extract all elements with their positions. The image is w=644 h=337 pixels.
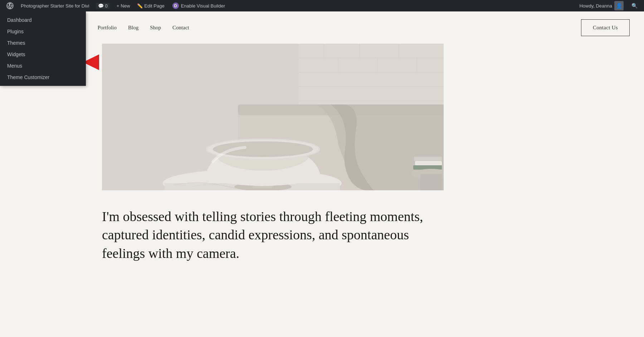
nav-link-shop[interactable]: Shop xyxy=(150,25,161,31)
dropdown-item-plugins[interactable]: Plugins xyxy=(0,26,86,37)
search-icon[interactable]: 🔍 xyxy=(628,0,641,11)
site-header: HomeAboutCollectionPortfolioBlogShopCont… xyxy=(0,11,644,44)
tagline-text: I'm obsessed with telling stories throug… xyxy=(102,207,424,263)
divi-logo-icon: D xyxy=(172,3,179,9)
howdy-text: Howdy, Deanna xyxy=(579,3,612,9)
avatar: 👤 xyxy=(614,1,624,10)
admin-bar-left: Photographer Starter Site for Divi 💬 0 +… xyxy=(3,0,575,11)
svg-rect-17 xyxy=(413,165,442,170)
wp-logo-item[interactable] xyxy=(3,0,17,11)
admin-bar: Photographer Starter Site for Divi 💬 0 +… xyxy=(0,0,644,11)
svg-rect-19 xyxy=(414,157,442,161)
svg-point-29 xyxy=(213,141,313,157)
comment-bubble: 💬 0 xyxy=(96,3,109,9)
enable-visual-builder-button[interactable]: D Enable Visual Builder xyxy=(168,0,229,11)
comment-icon: 💬 xyxy=(98,3,104,9)
dropdown-item-dashboard[interactable]: Dashboard xyxy=(0,14,86,26)
nav-link-contact[interactable]: Contact xyxy=(172,25,189,31)
edit-icon: ✏️ xyxy=(137,3,143,9)
dropdown-item-themes[interactable]: Themes xyxy=(0,37,86,49)
plus-icon: + xyxy=(117,3,119,9)
hero-image xyxy=(102,44,444,190)
nav-link-portfolio[interactable]: Portfolio xyxy=(98,25,117,31)
svg-rect-18 xyxy=(415,161,442,165)
website-content: HomeAboutCollectionPortfolioBlogShopCont… xyxy=(0,11,644,284)
tagline-section: I'm obsessed with telling stories throug… xyxy=(102,207,424,284)
new-label: New xyxy=(121,3,130,9)
contact-us-button[interactable]: Contact Us xyxy=(581,19,630,36)
wordpress-logo-icon xyxy=(6,2,14,9)
new-button[interactable]: + New xyxy=(113,0,134,11)
site-name-item[interactable]: Photographer Starter Site for Divi xyxy=(17,0,93,11)
site-name-text: Photographer Starter Site for Divi xyxy=(21,3,89,9)
admin-bar-right: Howdy, Deanna 👤 🔍 xyxy=(575,0,641,11)
comments-item[interactable]: 💬 0 xyxy=(93,0,113,11)
svg-rect-21 xyxy=(420,174,442,190)
hero-image-scene xyxy=(102,44,444,190)
comment-count: 0 xyxy=(105,3,107,9)
dropdown-item-menus[interactable]: Menus xyxy=(0,60,86,72)
edit-page-label: Edit Page xyxy=(144,3,164,9)
dropdown-menu: DashboardPluginsThemesWidgetsMenusTheme … xyxy=(0,11,86,86)
divi-label: Enable Visual Builder xyxy=(181,3,225,9)
nav-link-blog[interactable]: Blog xyxy=(128,25,138,31)
edit-page-button[interactable]: ✏️ Edit Page xyxy=(133,0,168,11)
dropdown-item-theme-customizer[interactable]: Theme Customizer xyxy=(0,72,86,83)
howdy-item[interactable]: Howdy, Deanna 👤 xyxy=(575,1,628,10)
dropdown-item-widgets[interactable]: Widgets xyxy=(0,49,86,60)
